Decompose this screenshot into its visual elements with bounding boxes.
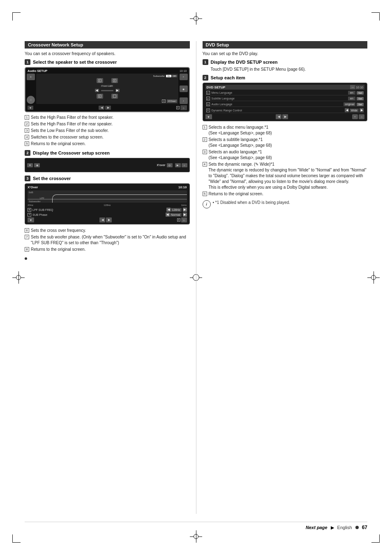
step3-num-list: 6 Sets the cross over frequency. 7 Sets …	[25, 228, 190, 252]
small-screen-left: ▼ ◉	[27, 163, 154, 167]
dvd-minimize-btn[interactable]: —	[350, 85, 355, 89]
dvd-eq-btn[interactable]: ≈	[352, 114, 358, 119]
item-5-text: Returns to the original screen.	[31, 141, 85, 147]
lpf-left-arrow[interactable]: ◀	[166, 208, 171, 212]
xover-nav-btns: ◀ ▶	[99, 217, 112, 222]
lpf-right-arrow[interactable]: ▶	[183, 208, 187, 212]
right-step-2-num: 2	[203, 75, 208, 81]
front-right-num: 2	[113, 79, 116, 82]
audio-setup-side-right: ≈ ◉ ♪	[180, 74, 188, 104]
right-step-1-num: 1	[203, 59, 208, 65]
num-box-8: 8	[25, 247, 29, 252]
crossover-setup-small-screen: ▼ ◉ X'over ◎ ▶ ⌂	[25, 158, 190, 172]
audio-btn-round[interactable]: ○	[27, 96, 35, 104]
dvd-nav-left[interactable]: ◀	[276, 114, 281, 119]
xover-graph-curve	[52, 194, 187, 203]
top-crosshair	[190, 12, 202, 25]
num-box-7: 7	[25, 235, 29, 239]
lpf-freq-row: 6 LPF SUB FREQ ◀ 128Hz ▶	[28, 208, 187, 212]
next-page-label: Next page	[306, 525, 327, 530]
main-content: Crossover Network Setup You can set a cr…	[25, 41, 367, 514]
right-arrow-btn[interactable]: ▶	[115, 89, 120, 92]
sub-on-btn[interactable]: On	[166, 75, 171, 77]
dvd-setup-screen: DVD SETUP — 10:10 1 Menu Language en Set…	[203, 83, 368, 121]
dvd-row-3-val: original	[344, 102, 355, 106]
audio-btn-spk[interactable]: ◉	[180, 86, 188, 92]
xover-screen-title-bar: X'Over 10:10	[28, 185, 187, 189]
dvd-row-2-set[interactable]: Set	[357, 97, 364, 100]
dvd-vol-icon: ▼	[205, 114, 212, 119]
audio-setup-time: 10:10	[180, 69, 187, 72]
slider-track	[101, 90, 113, 91]
left-arrow-btn[interactable]: ◀	[95, 89, 99, 92]
num-box-6: 6	[25, 228, 29, 233]
audio-btn-1[interactable]: ≡	[27, 74, 35, 80]
left-column: Crossover Network Setup You can set a cr…	[25, 41, 196, 514]
drc-left-btn[interactable]: ◀	[345, 108, 349, 112]
audio-btn-vol[interactable]: ♪	[180, 97, 188, 104]
dvd-nav-right[interactable]: ▶	[282, 114, 288, 119]
note-text: • *1 Disabled when a DVD is being played…	[213, 200, 291, 205]
sub-phase-arrows: ◀	[166, 213, 170, 217]
dvd-item-3-text: Selects an audio language.*1(See <Langua…	[209, 149, 272, 161]
dvd-page-btns: ≈ ⌂	[352, 114, 364, 119]
xover-badge: X'Over	[167, 99, 177, 103]
small-screen-row1: ▼ ◉	[27, 163, 154, 167]
subwoofer-section: Subwoofer On Off	[37, 75, 177, 77]
bottom-crosshair	[190, 530, 202, 543]
nav-prev-btn[interactable]: ◀	[99, 106, 104, 110]
sub-phase-left-arrow[interactable]: ◀	[166, 213, 170, 217]
rear-left-num: 2	[98, 95, 101, 98]
dvd-row-1-set[interactable]: Set	[357, 91, 364, 95]
nav-next-btn[interactable]: ▶	[105, 106, 111, 110]
audio-setup-side-left: ≡ ○	[27, 74, 35, 104]
freq-label-20hz: 20Hz	[28, 204, 33, 206]
audio-setup-title: Audio SETUP	[28, 69, 47, 73]
xover-subwoofer-label: Subwoofer	[29, 200, 41, 203]
num-box-2: 2	[25, 122, 29, 126]
right-step-2-label: Setup each item	[211, 75, 245, 80]
xover-home-btn[interactable]: ⌂	[181, 217, 187, 222]
left-step-1-header: 1 Select the speaker to set the crossove…	[25, 59, 190, 65]
sub-phase-right-arrow[interactable]: ▶	[183, 213, 187, 217]
subwoofer-label: Subwoofer	[153, 75, 165, 77]
dvd-row-3-set[interactable]: Set	[357, 103, 364, 106]
dvd-item-4-text: Sets the dynamic range. (✎ Wide)*1The dy…	[209, 162, 368, 190]
audio-btn-eq[interactable]: ≈	[180, 74, 188, 80]
freq-label-1khz: 1kHz	[181, 204, 187, 206]
item-3-text: Sets the Low Pass Filter of the sub woof…	[31, 128, 109, 134]
num-box-5: 5	[25, 141, 29, 146]
dvd-row-3-label: Audio Lanugage	[212, 103, 344, 106]
xover-vol-icon: ▼	[28, 217, 34, 222]
list-item-8: 8 Returns to the original screen.	[25, 247, 190, 252]
dvd-home-btn[interactable]: ⌂	[359, 114, 364, 119]
item-4-text: Switches to the crossover setup screen.	[31, 134, 104, 140]
home-icon[interactable]: ⌂	[180, 105, 187, 110]
dvd-row-2-val: en	[348, 97, 355, 100]
num-box-4: 4	[25, 135, 29, 139]
xover-screen-title: X'Over	[28, 185, 38, 189]
xover-nav-right[interactable]: ▶	[106, 217, 112, 222]
page-controls: 5 ⌂	[176, 105, 187, 110]
dvd-row-4-ctrl: ◀ Wide ▶	[345, 108, 364, 112]
audio-setup-screen: Audio SETUP 10:10 ≡ ○ Subwoofer O	[25, 67, 190, 112]
sub-off-btn[interactable]: Off	[172, 75, 177, 77]
dvd-row-4-label: Dynamic Range Control	[212, 109, 345, 112]
vol-down-icon[interactable]: ▼	[28, 106, 33, 110]
nav-buttons-row: ◀ ▶	[99, 106, 111, 110]
dvd-row-1-label: Menu Language	[212, 91, 348, 94]
xover-nav-left[interactable]: ◀	[99, 217, 105, 222]
left-step-3-label: Set the crossover	[33, 176, 71, 181]
freq-label-128hz: 128Hz	[104, 204, 111, 206]
item-7-text: Sets the sub woofer phase. (Only when "S…	[31, 234, 190, 246]
dvd-row-2-num: 2	[206, 97, 210, 100]
page-footer: Next page ▶ English 67	[25, 522, 367, 530]
xover-bottom-btns: ▼ ◀ ▶ 8 ⌂	[28, 217, 187, 222]
ss-nav-icon: ▶	[175, 163, 181, 167]
left-step-2-num: 2	[25, 150, 30, 156]
left-crosshair-circle	[16, 275, 21, 280]
dvd-step2-num-list: 1 Selects a disc menu language.*1(See <L…	[203, 125, 368, 197]
dvd-row-1: 1 Menu Language en Set	[205, 90, 365, 95]
ss-home-icon: ⌂	[182, 163, 187, 167]
drc-right-btn[interactable]: ▶	[360, 108, 364, 112]
